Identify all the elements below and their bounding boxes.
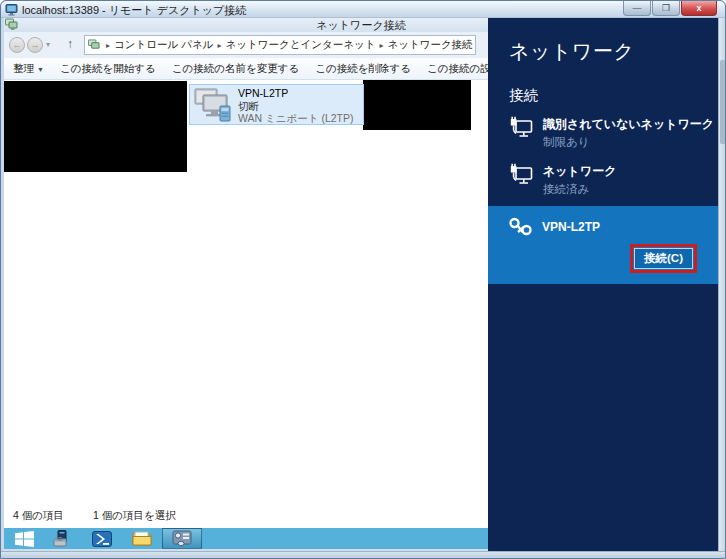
start-connection-action[interactable]: この接続を開始する	[60, 62, 156, 76]
close-button[interactable]: x	[681, 1, 717, 16]
vpn-tile-text: VPN-L2TP 切断 WAN ミニポート (L2TP)	[238, 85, 354, 124]
window-title: localhost:13389 - リモート デスクトップ接続	[22, 3, 246, 18]
file-explorer-icon	[132, 530, 152, 547]
network-name: 識別されていないネットワーク	[543, 116, 714, 133]
vpn-name: VPN-L2TP	[542, 220, 600, 234]
server-manager-button[interactable]	[42, 528, 82, 549]
wired-network-icon	[509, 163, 533, 187]
connections-section-header: 接続	[509, 86, 538, 105]
scrollbar-thumb[interactable]	[720, 60, 726, 144]
vpn-miniport-icon	[192, 86, 236, 124]
powershell-icon	[92, 531, 112, 547]
network-flyout-panel: ネットワーク 接続 識別されていないネットワーク 制限あり	[488, 18, 718, 551]
crumb-separator-icon: ▸	[217, 41, 221, 50]
minimize-button[interactable]: —	[623, 1, 651, 16]
start-button[interactable]	[6, 528, 42, 549]
rdp-client-window: localhost:13389 - リモート デスクトップ接続 — ❐ x ネッ…	[0, 0, 726, 559]
address-bar[interactable]: ▸ コントロール パネル ▸ ネットワークとインターネット ▸ ネットワーク接続	[84, 35, 476, 55]
network-item-text: ネットワーク 接続済み	[543, 163, 616, 197]
breadcrumb-control-panel[interactable]: コントロール パネル	[114, 38, 213, 52]
server-manager-icon	[52, 530, 72, 548]
network-name: ネットワーク	[543, 163, 616, 180]
delete-connection-action[interactable]: この接続を削除する	[315, 62, 411, 76]
explorer-title: ネットワーク接続	[316, 19, 405, 31]
address-location-icon	[88, 39, 100, 51]
selected-count: 1 個の項目を選択	[93, 509, 176, 521]
connection-status: 切断	[238, 100, 354, 113]
windows-logo-icon	[15, 531, 34, 547]
organize-menu[interactable]: 整理▼	[13, 62, 44, 76]
rename-connection-action[interactable]: この接続の名前を変更する	[172, 62, 299, 76]
rdp-app-icon	[5, 3, 18, 16]
vpn-connection-tile[interactable]: VPN-L2TP 切断 WAN ミニポート (L2TP)	[189, 84, 364, 125]
restore-button[interactable]: ❐	[652, 1, 680, 16]
vertical-scrollbar[interactable]	[718, 18, 726, 551]
connection-device: WAN ミニポート (L2TP)	[238, 112, 354, 125]
crumb-separator-icon: ▸	[106, 41, 110, 50]
network-status: 制限あり	[543, 135, 714, 150]
connection-name: VPN-L2TP	[238, 87, 354, 100]
window-titlebar[interactable]: localhost:13389 - リモート デスクトップ接続 — ❐ x	[1, 1, 725, 18]
vpn-icon	[508, 215, 534, 239]
window-controls: — ❐ x	[623, 1, 717, 16]
network-item-network[interactable]: ネットワーク 接続済み	[509, 163, 616, 197]
redacted-region	[4, 81, 187, 172]
back-button[interactable]: ←	[9, 37, 25, 53]
window-frame-bottom	[1, 551, 726, 559]
breadcrumb-network-connections[interactable]: ネットワーク接続	[387, 38, 472, 52]
items-count: 4 個の項目	[13, 509, 64, 521]
up-button[interactable]: ↑	[62, 37, 78, 51]
connect-button[interactable]: 接続(C)	[634, 248, 693, 269]
powershell-button[interactable]	[82, 528, 122, 549]
network-item-text: 識別されていないネットワーク 制限あり	[543, 116, 714, 150]
chevron-down-icon: ▼	[37, 66, 44, 73]
forward-button[interactable]: →	[27, 37, 43, 53]
vpn-item-selected[interactable]: VPN-L2TP 接続(C)	[488, 206, 718, 284]
network-status: 接続済み	[543, 182, 616, 197]
breadcrumb-network-internet[interactable]: ネットワークとインターネット	[225, 38, 375, 52]
redacted-region	[363, 80, 471, 130]
panel-title: ネットワーク	[509, 38, 634, 65]
wired-network-icon	[509, 116, 533, 140]
red-highlight-annotation: 接続(C)	[630, 244, 697, 273]
network-item-unidentified[interactable]: 識別されていないネットワーク 制限あり	[509, 116, 714, 150]
control-panel-icon	[172, 530, 192, 547]
network-connections-window-icon	[5, 18, 18, 31]
file-explorer-button[interactable]	[122, 528, 162, 549]
history-dropdown-icon[interactable]: ▾	[46, 40, 50, 49]
control-panel-button[interactable]	[162, 528, 202, 549]
crumb-separator-icon: ▸	[379, 41, 383, 50]
